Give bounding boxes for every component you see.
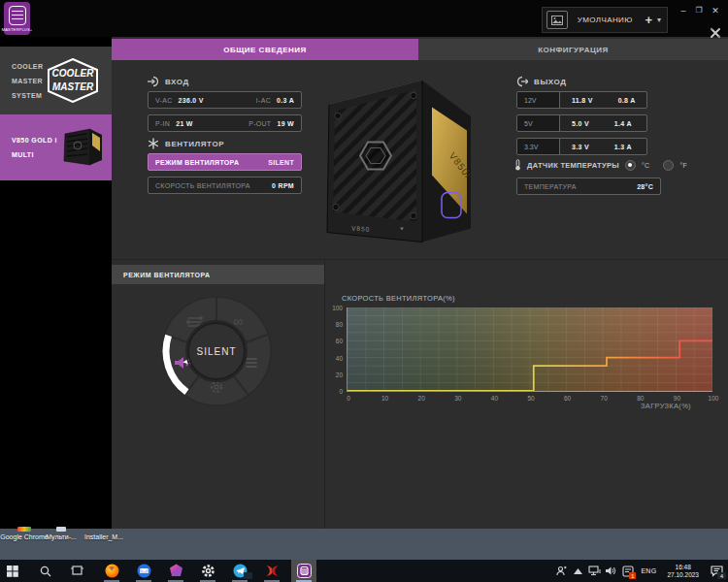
y-tick: 100 <box>327 305 343 311</box>
output-section-header: ВЫХОД <box>516 76 567 87</box>
device2-line2: MULTI <box>12 147 57 162</box>
minimize-button[interactable]: – <box>677 6 690 16</box>
taskbar-telegram[interactable] <box>227 560 252 582</box>
output-icon <box>516 76 528 87</box>
x-tick: 30 <box>454 395 461 402</box>
y-tick: 20 <box>327 371 343 377</box>
add-profile-button[interactable]: + <box>642 13 655 27</box>
x-tick: 40 <box>491 395 498 402</box>
device1-line1: COOLER <box>12 59 43 74</box>
x-tick: 100 <box>709 395 719 402</box>
x-tick: 20 <box>418 395 425 402</box>
fan-section-title: ВЕНТИЛЯТОР <box>165 140 224 148</box>
tray-time: 16:48 <box>667 564 699 571</box>
psu-product-image: V850i V850 <box>303 68 497 257</box>
svg-text:COOLER: COOLER <box>52 68 95 79</box>
celsius-label: °C <box>642 162 649 169</box>
fan-mode-panel-header: РЕЖИМ ВЕНТИЛЯТОРА <box>112 265 324 284</box>
fan-mode-dial[interactable]: ∞ SILENT <box>158 293 275 409</box>
action-center-icon[interactable]: 4 <box>705 560 728 582</box>
notification-count-badge: 4 <box>717 572 726 579</box>
pout-value: 19 W <box>277 120 294 127</box>
close-button[interactable]: ✕ <box>709 6 722 16</box>
vac-value: 236.0 V <box>179 97 204 104</box>
rail-3v3-current: 1.3 A <box>614 144 632 150</box>
main-tabs: ОБЩИЕ СВЕДЕНИЯ КОНФИГУРАЦИЯ <box>112 39 728 60</box>
rail-3v3-voltage: 3.3 V <box>572 144 589 150</box>
screen: MASTERPLUS+ УМОЛЧАНИЮ + ▾ – ❐ ✕ COOLER <box>0 0 728 582</box>
taskbar-firefox[interactable] <box>99 560 124 582</box>
psu-hexagon-logo <box>360 143 391 170</box>
people-icon[interactable] <box>553 560 570 582</box>
input-section-header: ВХОД <box>148 76 189 87</box>
taskbar-red-x-app[interactable] <box>259 560 284 582</box>
tab-configuration[interactable]: КОНФИГУРАЦИЯ <box>418 39 728 60</box>
chart-plot <box>347 307 712 392</box>
taskbar-thunderbird[interactable] <box>131 560 156 582</box>
clock[interactable]: 16:48 27.10.2023 <box>661 564 705 579</box>
taskbar-photos-app[interactable] <box>163 560 188 582</box>
rail-row-3v3: 3.3V 3.3 V1.3 A <box>516 138 647 155</box>
taskbar-masterplus[interactable] <box>291 560 316 582</box>
masterplus-logo: MASTERPLUS+ <box>4 2 30 35</box>
rail-12v-name: 12V <box>517 92 560 108</box>
tab-general-info[interactable]: ОБЩИЕ СВЕДЕНИЯ <box>112 39 418 60</box>
telegram-badge <box>244 572 252 579</box>
desktop-icon-installer[interactable]: Installer_M... <box>70 533 138 541</box>
content-divider <box>112 259 728 260</box>
fan-mode-label: РЕЖИМ ВЕНТИЛЯТОРА <box>155 159 239 166</box>
input-row-pin-pout: P-IN21 W P-OUT19 W <box>148 114 302 132</box>
task-view-icon[interactable] <box>64 560 89 582</box>
start-button[interactable] <box>0 560 25 582</box>
x-tick: 80 <box>637 395 644 402</box>
rail-row-5v: 5V 5.0 V1.4 A <box>516 114 647 132</box>
iac-label: I-AC <box>256 97 271 104</box>
search-icon[interactable] <box>33 560 58 582</box>
device2-line1: V850 GOLD i <box>12 133 57 147</box>
chrome-icon <box>17 527 31 532</box>
y-tick: 60 <box>327 338 343 344</box>
chevron-down-icon[interactable]: ▾ <box>655 16 667 24</box>
restore-button[interactable]: ❐ <box>692 6 706 16</box>
tray-date: 27.10.2023 <box>667 571 699 579</box>
sidebar-item-cooler-master-system[interactable]: COOLER MASTER SYSTEM COOLER MASTER <box>0 47 112 114</box>
network-icon[interactable] <box>586 560 603 582</box>
notification-flag-icon[interactable]: 1 <box>619 560 636 582</box>
system-tray: 1 ENG 16:48 27.10.2023 4 <box>553 560 728 582</box>
y-tick: 40 <box>327 354 343 361</box>
profile-image-icon[interactable] <box>546 11 568 29</box>
profile-name[interactable]: УМОЛЧАНИЮ <box>568 16 642 24</box>
x-tick: 70 <box>601 395 608 402</box>
rail-5v-voltage: 5.0 V <box>572 120 589 127</box>
iac-value: 0.3 A <box>277 97 294 104</box>
title-bar: MASTERPLUS+ УМОЛЧАНИЮ + ▾ – ❐ ✕ <box>0 0 728 37</box>
temperature-label: ТЕМПЕРАТУРА <box>524 183 577 190</box>
temp-sensor-row: ДАТЧИК ТЕМПЕРАТУРЫ °C °F <box>514 159 687 171</box>
device-sidebar: COOLER MASTER SYSTEM COOLER MASTER V850 … <box>0 37 112 529</box>
radio-celsius[interactable] <box>625 160 636 171</box>
psu-thumbnail <box>57 122 108 173</box>
y-tick: 0 <box>327 388 343 395</box>
volume-icon[interactable] <box>603 560 619 582</box>
taskbar-settings[interactable] <box>195 560 220 582</box>
profile-selector[interactable]: УМОЛЧАНИЮ + ▾ <box>542 7 668 33</box>
sidebar-item-v850-gold-i-multi[interactable]: V850 GOLD i MULTI <box>0 114 112 180</box>
radio-fahrenheit[interactable] <box>663 160 674 171</box>
psu-front-label: V850 <box>351 225 371 233</box>
tools-icon[interactable] <box>710 25 721 37</box>
language-indicator[interactable]: ENG <box>636 567 661 574</box>
rail-3v3-name: 3.3V <box>517 139 560 154</box>
x-tick: 10 <box>381 395 388 402</box>
hidden-icons-chevron[interactable] <box>570 560 586 582</box>
flag-badge: 1 <box>629 572 636 579</box>
fan-speed-value: 0 RPM <box>272 182 294 189</box>
taskbar: 1 ENG 16:48 27.10.2023 4 <box>0 560 728 582</box>
chart-title: СКОРОСТЬ ВЕНТИЛЯТОРА(%) <box>342 294 455 303</box>
x-tick: 0 <box>347 395 350 402</box>
fahrenheit-label: °F <box>679 162 687 169</box>
pout-label: P-OUT <box>248 120 271 127</box>
vertical-divider <box>324 259 325 529</box>
chart-x-axis-label: ЗАГРУЗКА(%) <box>641 402 691 410</box>
chart-canvas <box>347 307 712 391</box>
fan-speed-row: СКОРОСТЬ ВЕНТИЛЯТОРА 0 RPM <box>148 177 302 194</box>
